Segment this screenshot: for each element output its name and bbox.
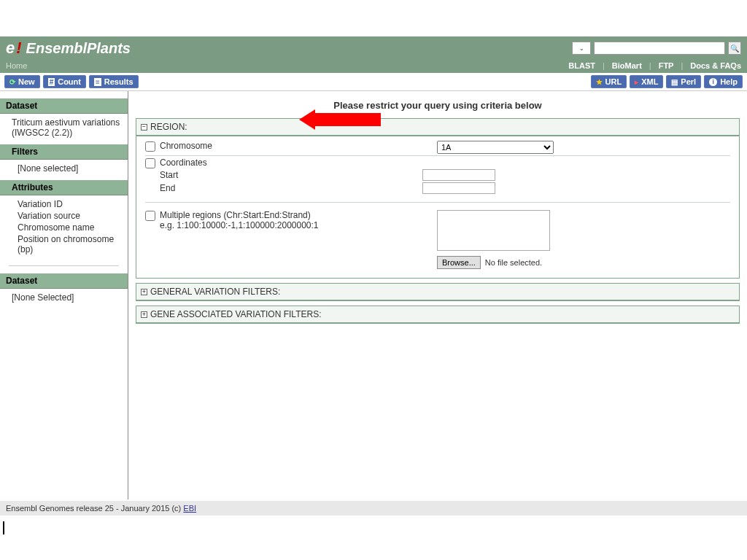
perl-button[interactable]: ▤ Perl xyxy=(666,75,701,88)
nav-blast[interactable]: BLAST xyxy=(568,61,595,70)
logo-text: EnsemblPlants xyxy=(26,40,131,57)
start-label: Start xyxy=(160,170,422,180)
multi-regions-row: Multiple regions (Chr:Start:End:Strand) … xyxy=(145,209,730,271)
nav-ftp[interactable]: FTP xyxy=(659,61,674,70)
sidebar-attr-item[interactable]: Position on chromosome (bp) xyxy=(18,233,122,255)
multi-textarea[interactable] xyxy=(437,210,550,251)
sidebar-attr-item[interactable]: Variation ID xyxy=(18,198,122,210)
start-input[interactable] xyxy=(422,169,495,181)
sidebar-attributes-body: Variation ID Variation source Chromosome… xyxy=(0,195,128,261)
perl-button-label: Perl xyxy=(681,77,696,86)
xml-button[interactable]: ▸ XML xyxy=(630,75,663,88)
file-row: Browse... No file selected. xyxy=(145,253,542,269)
chromosome-label: Chromosome xyxy=(160,141,437,151)
region-header[interactable]: − REGION: xyxy=(136,119,739,136)
star-icon: ★ xyxy=(596,78,603,86)
magnifier-icon: 🔍 xyxy=(730,44,739,52)
search-button[interactable]: 🔍 xyxy=(728,42,741,55)
expand-icon: + xyxy=(141,311,147,318)
sidebar-filters-item[interactable]: [None selected] xyxy=(18,163,122,174)
logo[interactable]: e! EnsemblPlants xyxy=(6,39,131,58)
sidebar-dataset-body: Triticum aestivum variations (IWGSC2 (2.… xyxy=(0,114,128,144)
chromosome-select[interactable]: 1A xyxy=(437,141,554,154)
search-scope-dropdown[interactable]: ⌄ xyxy=(572,42,591,55)
header-right: ⌄ 🔍 xyxy=(572,42,741,55)
sidebar-dataset2-body: [None Selected] xyxy=(0,289,128,309)
url-button-label: URL xyxy=(605,77,622,86)
list-icon: ≡ xyxy=(94,78,101,86)
coordinates-row: Coordinates Start End xyxy=(145,155,730,196)
start-row: Start xyxy=(145,168,730,182)
xml-button-label: XML xyxy=(641,77,658,86)
footer-link[interactable]: EBI xyxy=(183,504,196,513)
browse-button[interactable]: Browse... xyxy=(437,256,481,269)
toolbar: ⟳ New # Count ≡ Results ★ URL ▸ XML ▤ Pe… xyxy=(0,73,747,91)
new-button-label: New xyxy=(18,77,35,86)
sidebar-dataset2-item[interactable]: [None Selected] xyxy=(12,292,122,303)
app-window: e! EnsemblPlants ⌄ 🔍 Home BLAST | BioMar… xyxy=(0,0,747,560)
main-area: Please restrict your query using criteri… xyxy=(128,91,747,499)
sidebar-filters-body: [None selected] xyxy=(0,160,128,180)
multi-example: e.g. 1:100:10000:-1,1:100000:2000000:1 xyxy=(160,220,319,230)
refresh-icon: ⟳ xyxy=(9,78,15,86)
search-input[interactable] xyxy=(594,42,725,55)
sidebar-dataset-header[interactable]: Dataset xyxy=(0,98,128,114)
logo-exclaim-icon: ! xyxy=(16,39,21,58)
gene-filters-label: GENE ASSOCIATED VARIATION FILTERS: xyxy=(150,309,322,319)
end-label: End xyxy=(160,183,422,193)
count-button[interactable]: # Count xyxy=(43,75,86,88)
count-button-label: Count xyxy=(58,77,81,86)
region-separator xyxy=(145,202,730,203)
nav-biomart[interactable]: BioMart xyxy=(612,61,642,70)
page-title: Please restrict your query using criteri… xyxy=(136,100,740,111)
red-arrow-annotation xyxy=(315,113,381,128)
multi-checkbox[interactable] xyxy=(145,211,155,221)
chromosome-checkbox[interactable] xyxy=(145,141,155,152)
sidebar-attributes-header[interactable]: Attributes xyxy=(0,180,128,195)
nav-docs[interactable]: Docs & FAQs xyxy=(690,61,741,70)
file-status: No file selected. xyxy=(485,258,542,267)
doc-icon: ▸ xyxy=(635,78,638,86)
info-icon: i xyxy=(709,78,717,86)
footer-text: Ensembl Genomes release 25 - January 201… xyxy=(6,504,183,513)
results-button-label: Results xyxy=(104,77,133,86)
sidebar-dataset-item[interactable]: Triticum aestivum variations (IWGSC2 (2.… xyxy=(12,117,122,139)
collapse-icon: − xyxy=(141,124,147,131)
text-cursor-icon xyxy=(3,521,4,534)
header-nav: BLAST | BioMart | FTP | Docs & FAQs xyxy=(568,61,741,70)
sidebar-attr-item[interactable]: Chromosome name xyxy=(18,222,122,233)
help-button[interactable]: i Help xyxy=(704,75,743,88)
end-row: End xyxy=(145,182,730,195)
header-band: e! EnsemblPlants ⌄ 🔍 xyxy=(0,36,747,60)
hash-icon: # xyxy=(48,78,55,86)
gene-filters-box: + GENE ASSOCIATED VARIATION FILTERS: xyxy=(136,306,740,324)
region-filter-box: − REGION: Chromosome 1A xyxy=(136,118,740,279)
new-button[interactable]: ⟳ New xyxy=(4,75,40,88)
results-button[interactable]: ≡ Results xyxy=(89,75,139,88)
home-link[interactable]: Home xyxy=(6,61,27,70)
help-button-label: Help xyxy=(720,77,738,86)
coordinates-checkbox[interactable] xyxy=(145,158,155,168)
sub-header-band: Home BLAST | BioMart | FTP | Docs & FAQs xyxy=(0,60,747,73)
sidebar-attr-item[interactable]: Variation source xyxy=(18,210,122,222)
url-button[interactable]: ★ URL xyxy=(591,75,627,88)
gene-filters-header[interactable]: + GENE ASSOCIATED VARIATION FILTERS: xyxy=(136,306,739,323)
coordinates-label: Coordinates xyxy=(160,158,437,168)
region-header-label: REGION: xyxy=(150,122,187,132)
toolbar-right: ★ URL ▸ XML ▤ Perl i Help xyxy=(591,75,743,88)
footer-bar: Ensembl Genomes release 25 - January 201… xyxy=(0,501,747,516)
chromosome-row: Chromosome 1A xyxy=(145,139,730,155)
general-filters-header[interactable]: + GENERAL VARIATION FILTERS: xyxy=(136,284,739,300)
region-body: Chromosome 1A Coordinates xyxy=(136,136,739,278)
sidebar: Dataset Triticum aestivum variations (IW… xyxy=(0,91,128,499)
sidebar-dataset2-header[interactable]: Dataset xyxy=(0,273,128,289)
script-icon: ▤ xyxy=(671,78,678,86)
general-filters-box: + GENERAL VARIATION FILTERS: xyxy=(136,283,740,301)
end-input[interactable] xyxy=(422,182,495,194)
logo-e-letter: e xyxy=(6,39,15,58)
content-row: Dataset Triticum aestivum variations (IW… xyxy=(0,91,747,499)
sidebar-filters-header[interactable]: Filters xyxy=(0,144,128,160)
multi-label: Multiple regions (Chr:Start:End:Strand) … xyxy=(160,210,437,230)
expand-icon: + xyxy=(141,289,147,295)
general-filters-label: GENERAL VARIATION FILTERS: xyxy=(150,287,280,297)
